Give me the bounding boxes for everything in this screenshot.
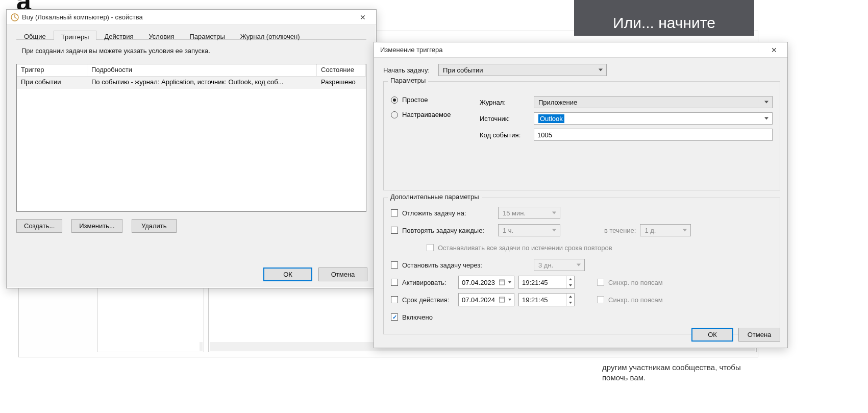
cancel-button[interactable]: Отмена — [738, 328, 780, 342]
activate-checkbox[interactable] — [391, 279, 398, 286]
sync1-checkbox — [597, 279, 604, 286]
radio-simple-label: Простое — [402, 96, 428, 104]
close-icon: ✕ — [771, 46, 777, 54]
cell-details: По событию - журнал: Application, источн… — [87, 77, 317, 89]
col-trigger[interactable]: Триггер — [17, 64, 87, 76]
edit-trigger-dialog: Изменение триггера ✕ Начать задачу: При … — [374, 42, 788, 348]
for-combo[interactable]: 1 д. — [640, 224, 691, 236]
log-label: Журнал: — [480, 99, 531, 106]
params-fieldset: Параметры Простое Настраиваемое Журнал: … — [383, 81, 780, 190]
help-text: другим участникам сообщества, чтобы помо… — [602, 362, 750, 383]
stopall-checkbox — [427, 244, 434, 251]
log-combo[interactable]: Приложение — [534, 96, 773, 108]
tab-triggers[interactable]: Триггеры — [54, 31, 97, 40]
begin-task-value: При событии — [443, 66, 483, 74]
for-label: в течение: — [604, 227, 636, 234]
create-button[interactable]: Создать... — [16, 219, 62, 233]
titlebar[interactable]: Buy (Локальный компьютер) - свойства ✕ — [7, 10, 376, 25]
window-title: Buy (Локальный компьютер) - свойства — [22, 13, 353, 21]
source-combo[interactable]: Outlook — [534, 112, 773, 125]
col-state[interactable]: Состояние — [317, 64, 366, 76]
banner-tile: Или... начните — [574, 0, 754, 36]
delay-combo[interactable]: 15 мин. — [498, 207, 560, 219]
expire-date[interactable]: 07.04.2024 — [458, 293, 514, 306]
eventid-label: Код события: — [480, 131, 531, 139]
stop-label: Остановить задачу через: — [402, 261, 530, 269]
spinner-icon[interactable] — [566, 276, 574, 288]
stop-value: 3 дн. — [538, 261, 553, 269]
close-button[interactable]: ✕ — [764, 43, 784, 57]
activate-date-value: 07.04.2023 — [462, 279, 495, 286]
repeat-checkbox[interactable] — [391, 227, 398, 234]
close-button[interactable]: ✕ — [353, 10, 373, 25]
params-legend: Параметры — [388, 77, 428, 84]
ok-button[interactable]: ОК — [263, 268, 312, 281]
tab-conditions[interactable]: Условия — [141, 30, 182, 39]
ok-button[interactable]: ОК — [691, 328, 733, 342]
delay-checkbox[interactable] — [391, 209, 398, 216]
calendar-icon — [499, 280, 505, 285]
eventid-value: 1005 — [537, 131, 552, 139]
expire-label: Срок действия: — [402, 296, 454, 304]
spinner-icon[interactable] — [566, 294, 574, 306]
window-title: Изменение триггера — [378, 46, 764, 54]
advanced-legend: Дополнительные параметры — [388, 193, 482, 201]
stopall-label: Останавливать все задачи по истечении ср… — [438, 244, 612, 252]
radio-dot-icon — [391, 96, 398, 104]
sync2-label: Синхр. по поясам — [608, 296, 663, 304]
for-value: 1 д. — [644, 227, 656, 234]
repeat-label: Повторять задачу каждые: — [402, 227, 494, 234]
source-value: Outlook — [538, 114, 564, 123]
clock-icon — [11, 13, 19, 21]
tab-hint: При создании задачи вы можете указать ус… — [16, 47, 366, 64]
activate-date[interactable]: 07.04.2023 — [458, 276, 514, 289]
cancel-button[interactable]: Отмена — [318, 268, 367, 281]
expire-checkbox[interactable] — [391, 296, 398, 303]
triggers-listview[interactable]: Триггер Подробности Состояние При событи… — [16, 64, 366, 212]
listview-header: Триггер Подробности Состояние — [17, 64, 366, 77]
calendar-icon — [499, 297, 505, 303]
tab-panel-triggers: При создании задачи вы можете указать ус… — [16, 39, 366, 233]
delay-value: 15 мин. — [503, 209, 526, 217]
titlebar[interactable]: Изменение триггера ✕ — [374, 42, 787, 58]
enabled-checkbox[interactable] — [391, 313, 398, 321]
repeat-combo[interactable]: 1 ч. — [498, 224, 560, 236]
listview-row[interactable]: При событии По событию - журнал: Applica… — [17, 77, 366, 89]
delete-button[interactable]: Удалить — [132, 219, 177, 233]
tab-settings[interactable]: Параметры — [182, 30, 233, 39]
close-icon: ✕ — [360, 14, 366, 21]
stop-combo[interactable]: 3 дн. — [534, 259, 585, 271]
activate-time-value: 19:21:45 — [522, 279, 548, 286]
task-properties-dialog: Buy (Локальный компьютер) - свойства ✕ О… — [6, 9, 377, 288]
radio-custom[interactable]: Настраиваемое — [391, 111, 459, 118]
delay-label: Отложить задачу на: — [402, 209, 494, 217]
scrollbar[interactable] — [200, 342, 203, 351]
advanced-fieldset: Дополнительные параметры Отложить задачу… — [383, 198, 780, 334]
sync1-label: Синхр. по поясам — [608, 279, 663, 286]
tab-strip: Общие Триггеры Действия Условия Параметр… — [7, 25, 376, 39]
tab-actions[interactable]: Действия — [96, 30, 141, 39]
expire-date-value: 07.04.2024 — [462, 296, 495, 304]
activate-time[interactable]: 19:21:45 — [518, 276, 575, 289]
begin-task-label: Начать задачу: — [383, 66, 433, 74]
tab-history[interactable]: Журнал (отключен) — [233, 30, 308, 39]
repeat-value: 1 ч. — [503, 227, 513, 234]
expire-time[interactable]: 19:21:45 — [518, 293, 575, 306]
source-label: Источник: — [480, 115, 531, 123]
sync2-checkbox — [597, 296, 604, 303]
enabled-label: Включено — [402, 313, 433, 321]
radio-custom-label: Настраиваемое — [402, 111, 451, 118]
expire-time-value: 19:21:45 — [522, 296, 548, 304]
cell-state: Разрешено — [317, 77, 366, 89]
begin-task-combo[interactable]: При событии — [438, 64, 607, 76]
tab-general[interactable]: Общие — [16, 30, 54, 39]
radio-simple[interactable]: Простое — [391, 96, 459, 104]
cell-trigger: При событии — [17, 77, 87, 89]
eventid-input[interactable]: 1005 — [534, 129, 773, 141]
stop-checkbox[interactable] — [391, 261, 398, 269]
edit-button[interactable]: Изменить... — [71, 219, 122, 233]
radio-dot-icon — [391, 111, 398, 118]
activate-label: Активировать: — [402, 279, 454, 286]
log-value: Приложение — [538, 99, 577, 106]
col-details[interactable]: Подробности — [87, 64, 317, 76]
